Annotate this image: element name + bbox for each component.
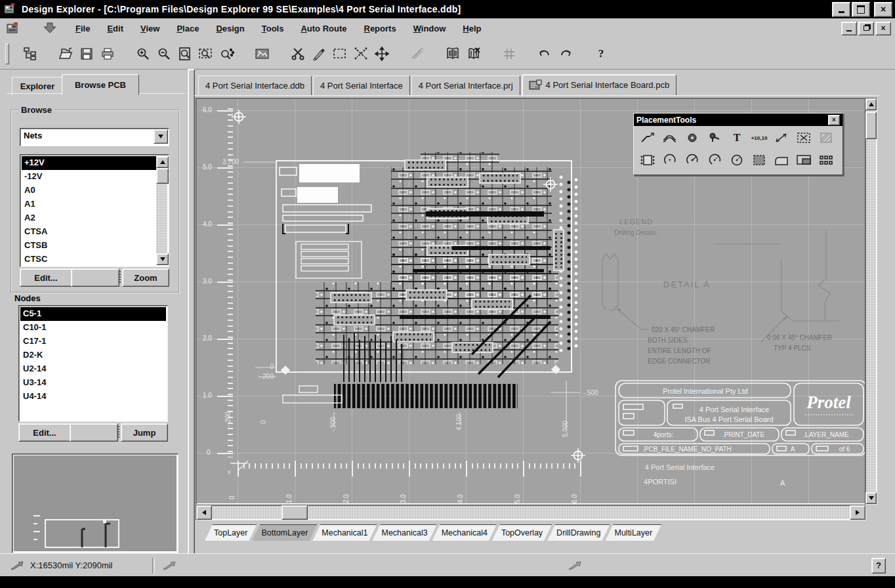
nodes-spacer-button[interactable] — [70, 423, 118, 442]
net-item[interactable]: CTSC — [22, 253, 156, 265]
toolbar-grip[interactable] — [5, 43, 9, 64]
menu-design[interactable]: Design — [210, 21, 250, 36]
interactive-routing-tool[interactable] — [636, 127, 659, 149]
doc-tab-ddb[interactable]: 4 Port Serial Interface.ddb — [198, 75, 312, 96]
polygon-plane-tool[interactable] — [770, 149, 793, 171]
help-balloon-icon[interactable]: ? — [871, 558, 886, 574]
save-icon[interactable] — [76, 44, 97, 64]
nodes-edit-button[interactable]: Edit... — [18, 423, 71, 442]
vertical-scroll-thumb[interactable] — [865, 112, 877, 139]
doc-tab-pcb[interactable]: 4 Port Serial Interface Board.pcb — [522, 74, 677, 96]
coordinate-tool[interactable]: +10,10 — [748, 127, 770, 149]
print-icon[interactable] — [97, 44, 118, 64]
browse-type-dropdown-button[interactable] — [154, 129, 168, 144]
node-item[interactable]: U3-14 — [20, 376, 166, 390]
placement-tools-close-button[interactable]: × — [828, 115, 840, 125]
menu-file[interactable]: File — [70, 21, 96, 36]
net-item[interactable]: A0 — [22, 184, 156, 198]
drop-arrow-icon[interactable] — [42, 22, 58, 35]
fill-tool[interactable] — [748, 149, 770, 171]
select-area-icon[interactable] — [329, 44, 350, 64]
close-button[interactable]: × — [874, 2, 892, 17]
node-item[interactable]: C17-1 — [20, 335, 166, 348]
menu-tools[interactable]: Tools — [256, 21, 290, 36]
zoom-point-icon[interactable] — [217, 44, 238, 64]
nets-listbox[interactable]: +12V -12V A0 A1 A2 CTSA CTSB CTSC — [20, 154, 169, 267]
net-item[interactable]: CTSB — [22, 239, 156, 253]
nets-scroll-thumb[interactable] — [156, 168, 169, 184]
child-restore-button[interactable] — [858, 22, 874, 35]
arc-edge-tool[interactable] — [681, 149, 703, 171]
fill-hatched-tool[interactable] — [815, 127, 837, 149]
pad-tool[interactable] — [681, 127, 703, 149]
layer-tab-multilayer[interactable]: MultiLayer — [605, 524, 661, 541]
menu-view[interactable]: View — [135, 21, 165, 36]
net-item[interactable]: -12V — [22, 170, 156, 184]
title-bar[interactable]: Design Explorer - [C:\Program Files\Desi… — [0, 0, 895, 18]
nets-zoom-button[interactable]: Zoom — [122, 268, 169, 287]
scroll-down-button[interactable] — [865, 492, 877, 504]
nets-spacer-button[interactable] — [71, 268, 119, 287]
layer-tab-mechanical1[interactable]: Mechanical1 — [312, 524, 377, 541]
placement-tools-titlebar[interactable]: PlacementTools × — [634, 114, 843, 126]
menu-window[interactable]: Window — [407, 21, 452, 36]
library-icon[interactable] — [442, 44, 463, 64]
dimension-tool[interactable] — [770, 127, 793, 149]
full-circle-tool[interactable] — [726, 149, 748, 171]
scroll-up-button[interactable] — [865, 98, 877, 110]
redo-icon[interactable] — [555, 44, 576, 64]
paste-icon[interactable] — [308, 44, 329, 64]
nets-edit-button[interactable]: Edit... — [20, 268, 72, 287]
menu-edit[interactable]: Edit — [101, 21, 129, 36]
track-tool[interactable] — [659, 127, 681, 149]
layer-tab-drilldrawing[interactable]: DrillDrawing — [547, 524, 610, 541]
undo-icon[interactable] — [534, 44, 555, 64]
pcb-canvas[interactable]: 6.0 5.0 4.0 3.0 2.0 1.0 0 0 1.0 2.0 3.0 … — [196, 98, 866, 505]
node-item[interactable]: U4-14 — [20, 390, 166, 404]
layer-tab-mechanical4[interactable]: Mechanical4 — [432, 524, 497, 541]
nodes-listbox[interactable]: C5-1 C10-1 C17-1 D2-K U2-14 U3-14 U4-14 — [18, 305, 168, 422]
via-tool[interactable] — [703, 127, 726, 149]
design-tree-icon[interactable] — [20, 44, 41, 64]
string-tool[interactable]: T — [726, 127, 748, 149]
vertical-scrollbar[interactable] — [865, 98, 877, 505]
maximize-button[interactable] — [852, 2, 870, 17]
net-preview-panel[interactable] — [12, 453, 178, 553]
pad-array-tool[interactable] — [815, 149, 837, 171]
node-item[interactable]: C10-1 — [20, 321, 166, 335]
move-icon[interactable] — [371, 44, 392, 64]
cut-icon[interactable] — [287, 44, 308, 64]
net-item[interactable]: CTSA — [22, 225, 156, 239]
minimize-button[interactable] — [832, 2, 850, 17]
child-minimize-button[interactable] — [841, 22, 857, 35]
bitmap-icon[interactable] — [252, 44, 273, 64]
nodes-jump-button[interactable]: Jump — [121, 423, 168, 442]
zoom-document-icon[interactable] — [175, 44, 196, 64]
net-item[interactable]: +12V — [22, 156, 156, 170]
zoom-in-icon[interactable] — [133, 44, 154, 64]
horizontal-scrollbar[interactable] — [196, 505, 866, 520]
zoom-area-icon[interactable] — [196, 44, 217, 64]
node-item[interactable]: D2-K — [20, 348, 166, 362]
browse-type-select[interactable]: Nets — [20, 128, 169, 146]
menu-reports[interactable]: Reports — [358, 21, 402, 36]
node-item[interactable]: C5-1 — [20, 307, 166, 321]
doc-tab-prj[interactable]: 4 Port Serial Interface.prj — [411, 75, 520, 96]
layer-tab-topoverlay[interactable]: TopOverlay — [492, 524, 552, 541]
menu-help[interactable]: Help — [457, 21, 487, 36]
placement-tools-palette[interactable]: PlacementTools × T +10,10 — [633, 113, 843, 175]
split-plane-tool[interactable] — [793, 149, 815, 171]
document-icon[interactable] — [5, 21, 20, 35]
zoom-out-icon[interactable] — [154, 44, 175, 64]
nets-scroll-down[interactable] — [156, 253, 169, 265]
layer-tab-bottomlayer[interactable]: BottomLayer — [252, 524, 317, 541]
child-close-button[interactable]: × — [875, 22, 891, 35]
node-item[interactable]: U2-14 — [20, 362, 166, 376]
arc-center-tool[interactable] — [659, 149, 681, 171]
tab-explorer[interactable]: Explorer — [12, 77, 63, 95]
library-edit-icon[interactable] — [463, 44, 484, 64]
menu-place[interactable]: Place — [171, 21, 205, 36]
menu-autoroute[interactable]: Auto Route — [295, 21, 352, 36]
tab-browse-pcb[interactable]: Browse PCB — [62, 74, 139, 95]
nets-scroll-up[interactable] — [156, 156, 169, 168]
